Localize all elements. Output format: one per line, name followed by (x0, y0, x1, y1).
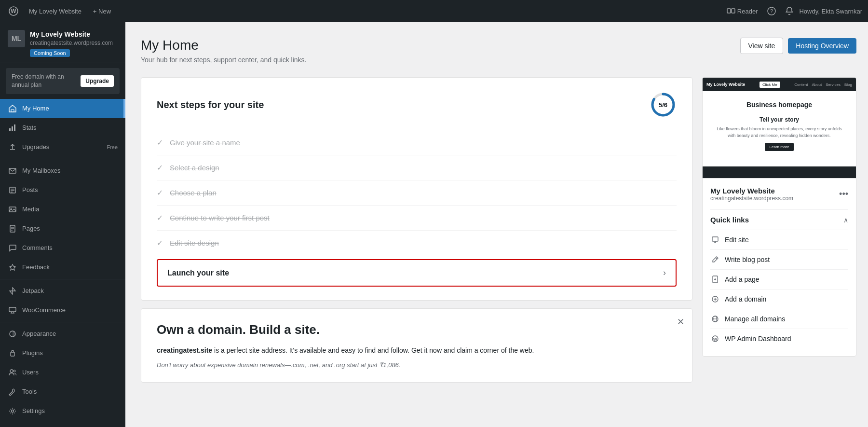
quick-link-label: Write blog post (725, 256, 770, 263)
media-icon (8, 205, 17, 214)
launch-site-button[interactable]: Launch your site › (157, 259, 677, 287)
more-options-button[interactable]: ••• (839, 189, 848, 199)
view-site-button[interactable]: View site (740, 38, 784, 54)
free-domain-banner: Free domain with an annual plan Upgrade (6, 68, 120, 94)
users-icon (8, 368, 17, 377)
check-icon: ✓ (157, 213, 163, 222)
help-button[interactable]: ? (763, 7, 780, 15)
plugins-icon (8, 348, 17, 358)
upgrade-button[interactable]: Upgrade (81, 75, 114, 87)
sidebar-item-label: WooCommerce (22, 306, 118, 314)
sidebar-item-upgrades[interactable]: Upgrades Free (0, 138, 125, 157)
svg-rect-11 (9, 168, 16, 173)
svg-rect-6 (11, 110, 14, 112)
sidebar-item-woocommerce[interactable]: WooCommerce (0, 301, 125, 320)
quick-link-wp-admin[interactable]: W WP Admin Dashboard (710, 329, 848, 348)
stats-icon (8, 123, 17, 133)
domain-card-note: Don't worry about expensive domain renew… (157, 361, 677, 369)
step-item: ✓ Give your site a name (157, 130, 677, 155)
chevron-right-icon: › (663, 268, 666, 278)
sidebar-item-stats[interactable]: Stats (0, 118, 125, 138)
domain-card-title: Own a domain. Build a site. (157, 322, 677, 337)
panel-site-name: My Lovely Website (710, 187, 793, 195)
preview-section-title: Tell your story (712, 116, 846, 123)
reader-button[interactable]: Reader (723, 8, 762, 15)
sidebar-item-settings[interactable]: Settings (0, 401, 125, 421)
step-label: Edit site design (170, 239, 677, 247)
svg-point-28 (14, 370, 15, 372)
step-label: Select a design (170, 164, 677, 172)
next-steps-title: Next steps for your site (157, 99, 264, 110)
woocommerce-icon (8, 305, 17, 315)
topbar-new-button[interactable]: + New (89, 8, 115, 15)
sidebar-item-label: Users (22, 369, 118, 376)
step-item: ✓ Choose a plan (157, 180, 677, 205)
sidebar-site-name: My Lovely Website (30, 30, 118, 39)
page-subtitle: Your hub for next steps, support center,… (141, 56, 306, 64)
quick-links-title: Quick links (710, 216, 749, 224)
comments-icon (8, 243, 17, 253)
wp-logo-icon[interactable]: W (6, 3, 21, 19)
quick-link-write-blog-post[interactable]: Write blog post (710, 249, 848, 269)
add-domain-icon (710, 294, 720, 304)
next-steps-card: Next steps for your site 5/6 ✓ (141, 77, 692, 301)
sidebar-item-my-mailboxes[interactable]: My Mailboxes (0, 161, 125, 180)
check-icon: ✓ (157, 138, 163, 147)
sidebar-item-label: Pages (22, 225, 118, 232)
check-icon: ✓ (157, 188, 163, 197)
panel-site-url: creatingatestsite.wordpress.com (710, 195, 793, 202)
upgrades-badge: Free (107, 144, 118, 150)
quick-link-add-page[interactable]: Add a page (710, 269, 848, 289)
quick-links-header[interactable]: Quick links ∧ (710, 209, 848, 230)
sidebar-item-media[interactable]: Media (0, 200, 125, 219)
quick-link-label: WP Admin Dashboard (725, 335, 791, 343)
close-domain-card-button[interactable]: ✕ (677, 317, 684, 327)
step-item: ✓ Continue to write your first post (157, 205, 677, 230)
launch-label: Launch your site (167, 269, 229, 277)
sidebar-item-plugins[interactable]: Plugins (0, 344, 125, 363)
quick-link-manage-domains[interactable]: Manage all domains (710, 309, 848, 329)
domain-card-text: creatingatest.site is a perfect site add… (157, 345, 677, 356)
site-info-panel: My Lovely Website creatingatestsite.word… (703, 179, 856, 209)
step-item: ✓ Select a design (157, 155, 677, 180)
preview-body: Business homepage Tell your story Like f… (703, 91, 856, 166)
mailboxes-icon (8, 166, 17, 176)
sidebar-nav: My Home Stats Upgrades Free My M (0, 99, 125, 421)
sidebar-item-comments[interactable]: Comments (0, 238, 125, 258)
sidebar-item-my-home[interactable]: My Home (0, 99, 125, 118)
right-panel: My Lovely Website Click Me Content About… (702, 77, 856, 357)
step-item: ✓ Edit site design (157, 230, 677, 255)
sidebar-item-pages[interactable]: Pages (0, 219, 125, 238)
chevron-up-icon: ∧ (843, 216, 848, 224)
sidebar-item-label: Appearance (22, 330, 118, 337)
notifications-button[interactable] (782, 7, 797, 15)
home-icon (8, 104, 17, 113)
sidebar-item-label: Settings (22, 407, 118, 414)
svg-marker-22 (10, 264, 15, 270)
svg-rect-9 (14, 124, 15, 131)
sidebar-item-jetpack[interactable]: Jetpack (0, 281, 125, 301)
topbar-site-link[interactable]: My Lovely Website (25, 8, 85, 15)
svg-rect-8 (12, 126, 13, 131)
site-preview-card: My Lovely Website Click Me Content About… (702, 77, 856, 357)
sidebar-item-posts[interactable]: Posts (0, 180, 125, 200)
sidebar-item-appearance[interactable]: Appearance (0, 324, 125, 344)
quick-link-label: Add a domain (725, 295, 766, 303)
main-content: My Home Your hub for next steps, support… (125, 22, 868, 427)
site-info: ML My Lovely Website creatingatestsite.w… (0, 22, 125, 63)
write-icon (710, 255, 720, 264)
coming-soon-badge[interactable]: Coming Soon (30, 49, 70, 57)
sidebar-item-label: Media (22, 206, 118, 213)
quick-link-add-domain[interactable]: Add a domain (710, 289, 848, 309)
sidebar-site-url: creatingatestsite.wordpress.com (30, 40, 118, 46)
user-greeting[interactable]: Howdy, Ekta Swarnkar (799, 8, 862, 15)
svg-rect-32 (712, 237, 718, 241)
sidebar-item-users[interactable]: Users (0, 363, 125, 382)
collapse-menu-button[interactable]: ◀ Collapse menu (0, 421, 125, 427)
sidebar-item-tools[interactable]: Tools (0, 382, 125, 401)
quick-link-edit-site[interactable]: Edit site (710, 230, 848, 249)
hosting-overview-button[interactable]: Hosting Overview (788, 38, 856, 54)
domain-card: ✕ Own a domain. Build a site. creatingat… (141, 308, 692, 383)
svg-point-29 (12, 410, 14, 412)
sidebar-item-feedback[interactable]: Feedback (0, 258, 125, 277)
